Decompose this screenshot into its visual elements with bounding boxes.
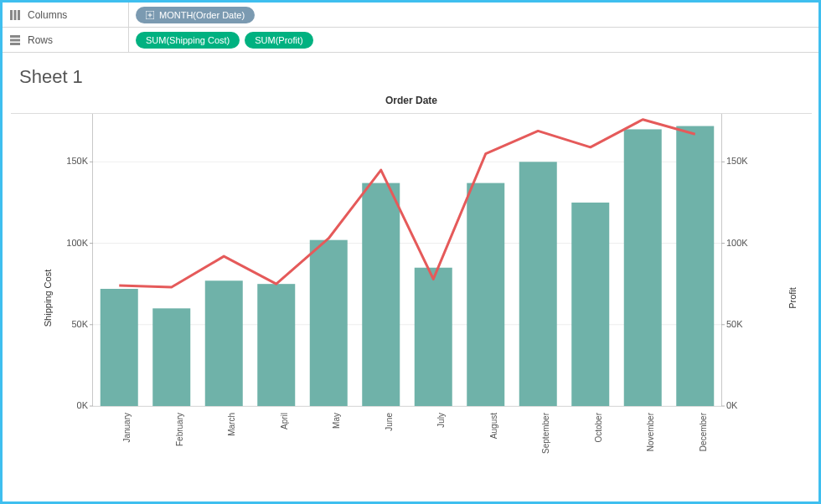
svg-rect-20 — [257, 284, 295, 406]
plus-icon — [146, 11, 154, 19]
pill-label: MONTH(Order Date) — [159, 10, 245, 20]
svg-rect-25 — [519, 162, 557, 406]
shelf-divider — [128, 3, 129, 27]
svg-rect-22 — [362, 183, 400, 406]
rows-icon — [8, 34, 23, 46]
x-tick-label: February — [175, 413, 184, 446]
shelf-divider — [128, 28, 129, 52]
pill-sum-profit[interactable]: SUM(Profit) — [245, 32, 312, 49]
y-tick-right: 100K — [726, 238, 760, 248]
rows-label: Rows — [28, 34, 128, 46]
svg-rect-27 — [624, 129, 662, 406]
x-tick-label: January — [122, 413, 132, 443]
svg-rect-17 — [101, 289, 138, 406]
svg-rect-8 — [10, 43, 20, 45]
y-tick-left: 100K — [54, 238, 88, 248]
sheet-title: Sheet 1 — [3, 53, 818, 93]
y-tick-left: 150K — [54, 156, 88, 166]
svg-rect-26 — [571, 203, 609, 406]
x-tick-label: May — [332, 413, 341, 429]
svg-rect-1 — [14, 10, 17, 20]
pill-month-order-date[interactable]: MONTH(Order Date) — [136, 7, 255, 23]
x-tick-label: July — [436, 413, 446, 428]
svg-rect-24 — [467, 183, 504, 406]
x-tick-label: December — [699, 413, 708, 451]
x-tick-label: November — [646, 413, 655, 451]
y-tick-right: 50K — [726, 319, 760, 329]
x-tick-label: March — [227, 413, 236, 436]
chart-inner[interactable]: Shipping Cost Profit 0K0K50K50K100K100K1… — [9, 110, 813, 486]
svg-rect-7 — [10, 39, 20, 41]
x-tick-label: April — [280, 413, 289, 429]
x-tick-label: June — [385, 413, 394, 431]
rows-shelf[interactable]: Rows SUM(Shipping Cost) SUM(Profit) — [3, 28, 818, 53]
y-axis-label-right: Profit — [787, 287, 798, 309]
y-tick-right: 0K — [726, 400, 760, 410]
columns-shelf[interactable]: Columns MONTH(Order Date) — [3, 3, 818, 28]
columns-icon — [8, 9, 23, 21]
pill-label: SUM(Profit) — [255, 35, 302, 45]
chart-area: Order Date Shipping Cost Profit 0K0K50K5… — [9, 93, 813, 486]
columns-label: Columns — [28, 9, 128, 21]
pill-label: SUM(Shipping Cost) — [146, 35, 230, 45]
y-axis-label-left: Shipping Cost — [43, 270, 53, 327]
x-tick-label: October — [594, 413, 603, 443]
pill-sum-shipping-cost[interactable]: SUM(Shipping Cost) — [136, 32, 240, 49]
svg-rect-2 — [18, 10, 20, 20]
svg-rect-18 — [152, 308, 190, 406]
x-tick-label: August — [489, 413, 498, 439]
chart-title: Order Date — [9, 93, 813, 110]
svg-rect-23 — [415, 268, 452, 406]
svg-rect-0 — [10, 10, 13, 20]
svg-rect-19 — [205, 280, 243, 406]
x-tick-label: September — [541, 413, 550, 454]
svg-rect-21 — [310, 240, 348, 406]
svg-rect-28 — [676, 126, 714, 406]
y-tick-right: 150K — [726, 156, 760, 166]
svg-rect-6 — [10, 35, 20, 38]
y-tick-left: 50K — [54, 319, 88, 329]
y-tick-left: 0K — [54, 400, 88, 410]
